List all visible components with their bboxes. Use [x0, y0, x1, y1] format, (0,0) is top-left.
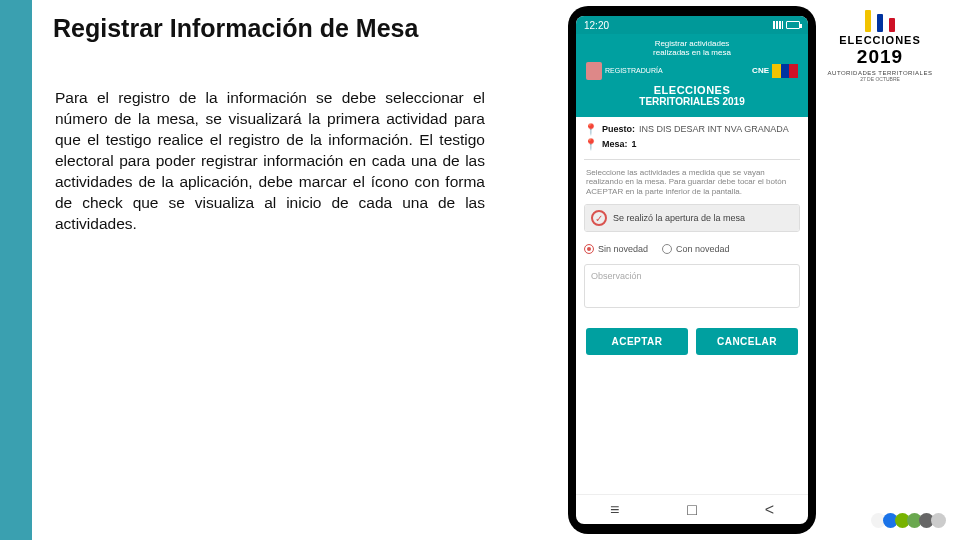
activity-label: Se realizó la apertura de la mesa: [613, 213, 745, 223]
logo-word: ELECCIONES: [820, 34, 940, 46]
pin-icon: 📍: [584, 123, 598, 136]
brand-left-label: REGISTRADURÍA: [605, 67, 663, 74]
app-header: Registrar actividades realizadas en la m…: [576, 34, 808, 117]
header-line2: realizadas en la mesa: [580, 49, 804, 58]
logo-sub2: 27 DE OCTUBRE: [820, 76, 940, 82]
slide-title: Registrar Información de Mesa: [53, 14, 418, 43]
check-icon[interactable]: ✓: [591, 210, 607, 226]
logo-year: 2019: [820, 46, 940, 68]
activity-header[interactable]: ✓ Se realizó la apertura de la mesa: [585, 205, 799, 231]
home-icon[interactable]: □: [687, 501, 697, 519]
pin-icon: 📍: [584, 138, 598, 151]
radio-with-novelty[interactable]: Con novedad: [662, 244, 730, 254]
header-title3: TERRITORIALES 2019: [580, 96, 804, 107]
mesa-value: 1: [632, 139, 637, 149]
activity-card: ✓ Se realizó la apertura de la mesa: [584, 204, 800, 232]
button-row: ACEPTAR CANCELAR: [576, 318, 808, 365]
divider: [584, 159, 800, 160]
mesa-row: 📍 Mesa: 1: [576, 138, 808, 153]
flag-icon: [820, 10, 940, 32]
android-navbar: ≡ □ <: [576, 494, 808, 524]
battery-icon: [786, 21, 800, 29]
puesto-row: 📍 Puesto: INS DIS DESAR INT NVA GRANADA: [576, 117, 808, 138]
elections-logo: ELECCIONES 2019 AUTORIDADES TERRITORIALE…: [820, 10, 940, 82]
slide-body: Para el registro de la información se de…: [55, 88, 485, 234]
puesto-label: Puesto:: [602, 124, 635, 134]
signal-icon: [773, 21, 783, 29]
accent-bar: [0, 0, 32, 540]
radio-group: Sin novedad Con novedad: [576, 238, 808, 260]
status-time: 12:20: [584, 20, 609, 31]
cne-label: CNE: [752, 66, 769, 75]
accept-button[interactable]: ACEPTAR: [586, 328, 688, 355]
header-title2: ELECCIONES: [580, 84, 804, 96]
radio-label: Sin novedad: [598, 244, 648, 254]
phone-screen: 12:20 Registrar actividades realizadas e…: [576, 16, 808, 524]
phone-mockup: 12:20 Registrar actividades realizadas e…: [568, 6, 816, 534]
cancel-button[interactable]: CANCELAR: [696, 328, 798, 355]
brand-left: REGISTRADURÍA: [586, 62, 663, 80]
instructions: Seleccione las actividades a medida que …: [576, 166, 808, 199]
status-bar: 12:20: [576, 16, 808, 34]
puesto-value: INS DIS DESAR INT NVA GRANADA: [639, 124, 789, 134]
flag-mini-icon: [772, 64, 798, 78]
radio-icon: [662, 244, 672, 254]
radio-no-novelty[interactable]: Sin novedad: [584, 244, 648, 254]
recents-icon[interactable]: ≡: [610, 501, 619, 519]
shield-icon: [586, 62, 602, 80]
back-icon[interactable]: <: [765, 501, 774, 519]
brand-right: CNE: [752, 64, 798, 78]
radio-icon: [584, 244, 594, 254]
pager-dots: [874, 513, 946, 528]
observation-input[interactable]: Observación: [584, 264, 800, 308]
mesa-label: Mesa:: [602, 139, 628, 149]
radio-label: Con novedad: [676, 244, 730, 254]
